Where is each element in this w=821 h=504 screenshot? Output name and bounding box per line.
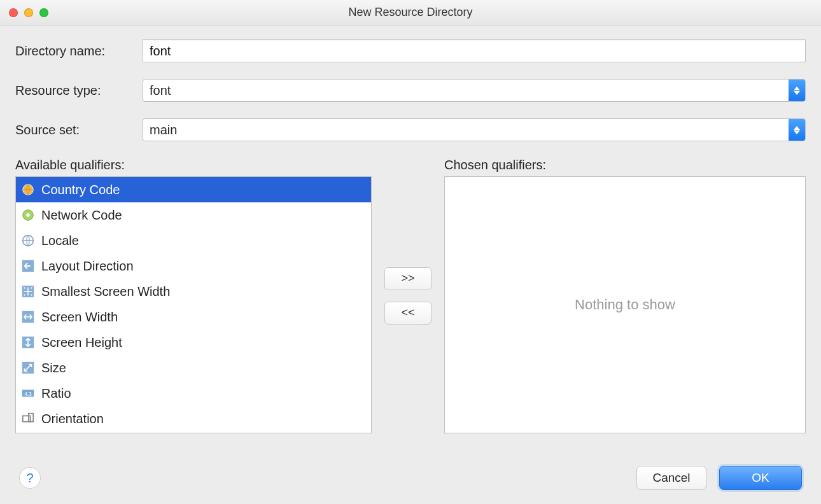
resource-type-value: font — [143, 80, 789, 101]
qualifier-item-label: Smallest Screen Width — [41, 284, 170, 299]
globe-icon — [20, 232, 36, 249]
network-icon — [20, 207, 36, 223]
qualifier-item[interactable]: Screen Width — [16, 304, 371, 330]
cancel-button[interactable]: Cancel — [636, 466, 706, 490]
qualifier-item[interactable]: Orientation — [16, 406, 371, 431]
qualifiers-section: Available qualifiers: Country CodeNetwor… — [15, 158, 806, 433]
resource-type-label: Resource type: — [15, 83, 143, 98]
arrows-v-icon — [20, 334, 36, 351]
qualifier-item-label: Screen Width — [41, 310, 118, 325]
titlebar: New Resource Directory — [0, 0, 821, 25]
svg-rect-16 — [29, 414, 33, 422]
qualifier-item-label: Ratio — [41, 386, 71, 401]
qualifier-item[interactable]: Screen Height — [16, 330, 371, 355]
qualifier-item[interactable]: Locale — [16, 228, 371, 253]
svg-text:4:3: 4:3 — [24, 391, 32, 397]
directory-name-input[interactable] — [143, 39, 806, 62]
orientation-icon — [20, 410, 36, 427]
source-set-label: Source set: — [15, 123, 143, 137]
close-window-button[interactable] — [9, 8, 18, 17]
remove-qualifier-button[interactable]: << — [384, 302, 432, 325]
window-controls — [9, 8, 48, 17]
source-set-value: main — [143, 119, 789, 141]
available-qualifiers-list[interactable]: Country CodeNetwork CodeLocaleLayout Dir… — [15, 176, 372, 433]
svg-rect-15 — [23, 416, 31, 421]
globe-flag-icon — [20, 181, 36, 198]
dialog-content: Directory name: Resource type: font Sour… — [0, 25, 821, 441]
available-qualifiers-heading: Available qualifiers: — [15, 158, 372, 172]
source-set-row: Source set: main — [15, 118, 806, 141]
chosen-qualifiers-list[interactable]: Nothing to show — [444, 176, 806, 433]
svg-marker-3 — [794, 130, 800, 134]
directory-name-row: Directory name: — [15, 39, 806, 62]
ratio-icon: 4:3 — [20, 385, 36, 402]
resource-type-row: Resource type: font — [15, 79, 806, 102]
available-qualifiers-column: Available qualifiers: Country CodeNetwor… — [15, 158, 372, 433]
qualifier-item[interactable]: Size — [16, 355, 371, 381]
ok-button[interactable]: OK — [719, 466, 802, 490]
add-qualifier-button[interactable]: >> — [384, 267, 432, 290]
minimize-window-button[interactable] — [24, 8, 33, 17]
chosen-empty-text: Nothing to show — [575, 297, 675, 313]
arrows-h-icon — [20, 309, 36, 325]
zoom-window-button[interactable] — [39, 8, 48, 17]
dropdown-arrows-icon — [789, 80, 805, 101]
qualifier-item-label: Orientation — [41, 412, 104, 426]
chosen-qualifiers-heading: Chosen qualifiers: — [444, 158, 806, 172]
arrows-out-icon — [20, 283, 36, 300]
window-title: New Resource Directory — [0, 6, 821, 19]
resource-type-select[interactable]: font — [143, 79, 806, 102]
qualifier-item-label: Size — [41, 361, 66, 375]
svg-point-6 — [26, 213, 30, 217]
dropdown-arrows-icon — [789, 119, 805, 141]
svg-marker-0 — [794, 87, 800, 90]
qualifier-item[interactable]: 4:3Ratio — [16, 381, 371, 406]
qualifier-item-label: Locale — [41, 234, 79, 248]
svg-marker-1 — [794, 91, 800, 95]
chosen-qualifiers-column: Chosen qualifiers: Nothing to show — [444, 158, 806, 433]
qualifier-item[interactable]: Country Code — [16, 177, 371, 202]
qualifier-item-label: Screen Height — [41, 335, 122, 350]
qualifier-item-label: Layout Direction — [41, 259, 134, 274]
qualifier-item[interactable]: Network Code — [16, 202, 371, 228]
directory-name-label: Directory name: — [15, 44, 143, 59]
move-buttons-column: >> << — [383, 158, 433, 433]
resize-icon — [20, 360, 36, 376]
qualifier-item-label: Network Code — [41, 208, 122, 223]
qualifier-item-label: Country Code — [41, 183, 120, 197]
arrow-left-icon — [20, 258, 36, 274]
qualifier-item[interactable]: Smallest Screen Width — [16, 279, 371, 304]
source-set-select[interactable]: main — [143, 118, 806, 141]
dialog-footer: ? Cancel OK — [0, 461, 821, 504]
svg-marker-2 — [794, 126, 800, 130]
qualifier-item[interactable]: Layout Direction — [16, 253, 371, 279]
help-button[interactable]: ? — [19, 467, 41, 489]
